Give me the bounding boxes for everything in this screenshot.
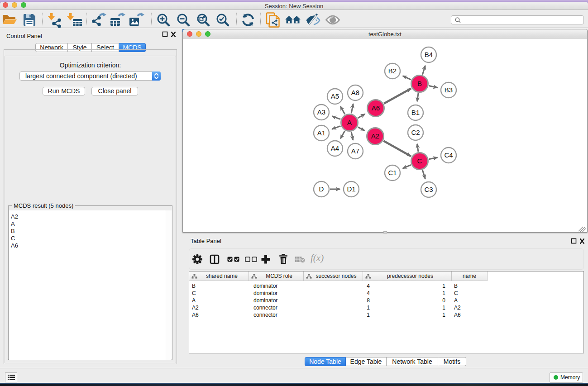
svg-text:A7: A7 [351, 147, 359, 155]
svg-text:C: C [417, 157, 422, 165]
svg-text:A3: A3 [317, 108, 325, 116]
svg-text:C1: C1 [388, 169, 397, 176]
svg-text:D: D [319, 185, 324, 193]
svg-text:A5: A5 [331, 92, 339, 100]
svg-text:B3: B3 [445, 86, 453, 94]
svg-text:B2: B2 [388, 67, 397, 75]
svg-text:A6: A6 [372, 104, 380, 112]
svg-text:A8: A8 [351, 89, 359, 96]
svg-text:D1: D1 [347, 185, 355, 193]
svg-text:B: B [417, 80, 422, 87]
svg-text:A1: A1 [317, 129, 325, 137]
svg-text:A4: A4 [331, 144, 339, 152]
svg-text:C3: C3 [424, 186, 433, 193]
svg-text:C4: C4 [444, 151, 453, 159]
svg-text:B1: B1 [411, 109, 420, 116]
svg-text:A2: A2 [371, 132, 379, 140]
svg-text:A: A [347, 119, 352, 126]
svg-text:B4: B4 [425, 51, 433, 58]
svg-text:C2: C2 [411, 129, 420, 136]
